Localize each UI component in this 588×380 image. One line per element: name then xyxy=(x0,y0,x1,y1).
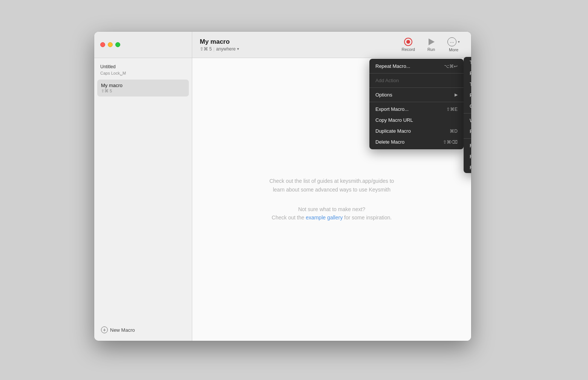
macro-item-name: My macro xyxy=(101,83,185,88)
menu-item-click-element-label: Click on Element... xyxy=(470,103,471,109)
toolbar-actions: Record Run ··· ▾ xyxy=(398,35,464,54)
plus-circle-icon: + xyxy=(101,326,108,333)
maximize-button[interactable] xyxy=(115,42,120,47)
menu-item-run-applescript[interactable]: Run AppleScript xyxy=(464,140,471,151)
macro-title: My macro xyxy=(200,38,239,46)
menu-item-pause-key-press-label: Pause until Key Press xyxy=(470,129,471,134)
menu-item-run-shortcut-label: Run Apple Shortcut... xyxy=(470,154,471,159)
menu-item-repeat-macro-label: Repeat Macro... xyxy=(375,63,410,69)
menu-item-options[interactable]: Options ▶ xyxy=(369,89,464,100)
menu-item-delete-label: Delete Macro xyxy=(375,139,404,145)
menu-item-paste-text-label: Paste Text xyxy=(470,70,471,76)
menu-item-delete-shortcut: ⇧⌘⌫ xyxy=(443,139,458,145)
menu-item-type-text[interactable]: Type Text xyxy=(464,57,471,68)
more-button[interactable]: ··· ▾ More xyxy=(444,35,464,54)
titlebar: My macro ⇧⌘ 5 | anywhere ▾ Record xyxy=(94,32,471,58)
menu-item-export[interactable]: Export Macro... ⇧⌘E xyxy=(369,104,464,115)
menu-item-wait-label: Wait xyxy=(470,118,471,123)
sidebar: Untitled Caps Lock␣M My macro ⇧⌘ 5 + New… xyxy=(94,58,192,341)
more-chevron-icon: ▾ xyxy=(458,40,460,44)
sidebar-spacer xyxy=(97,97,189,323)
sidebar-header xyxy=(94,32,192,58)
macro-item-shortcut: ⇧⌘ 5 xyxy=(101,89,185,93)
menu-item-type-current-date[interactable]: Type Current Date xyxy=(464,79,471,90)
record-icon xyxy=(404,38,412,46)
submenu-arrow-icon: ▶ xyxy=(455,92,458,97)
record-dot xyxy=(406,40,410,44)
menu-item-pause-key-press[interactable]: Pause until Key Press xyxy=(464,126,471,137)
traffic-lights xyxy=(100,42,120,47)
trigger-dropdown-arrow[interactable]: ▾ xyxy=(237,47,239,51)
run-label: Run xyxy=(427,47,435,52)
record-label: Record xyxy=(402,47,415,52)
close-button[interactable] xyxy=(100,42,105,47)
macro-item-my-macro[interactable]: My macro ⇧⌘ 5 xyxy=(97,80,189,97)
menu-item-repeat-shortcut: ⌥⌘↩ xyxy=(444,64,458,69)
group-subtitle: Caps Lock␣M xyxy=(97,71,189,78)
macro-shortcut: ⇧⌘ 5 xyxy=(200,46,212,52)
menu-item-press-key[interactable]: Press Key xyxy=(464,90,471,101)
menu-item-paste-text[interactable]: Paste Text xyxy=(464,68,471,79)
more-dots-icon: ··· xyxy=(450,40,454,44)
menu-item-add-action: Add Action xyxy=(369,75,464,86)
menu-item-press-key-label: Press Key xyxy=(470,92,471,98)
run-button[interactable]: Run xyxy=(423,35,439,54)
menu-separator-3 xyxy=(369,102,464,102)
more-label: More xyxy=(449,48,458,52)
trigger-separator: | xyxy=(213,46,214,52)
menu-item-options-label: Options xyxy=(375,92,392,98)
menu-item-duplicate[interactable]: Duplicate Macro ⌘D xyxy=(369,126,464,136)
main-header: My macro ⇧⌘ 5 | anywhere ▾ Record xyxy=(192,32,471,58)
menu-item-repeat-macro[interactable]: Repeat Macro... ⌥⌘↩ xyxy=(369,61,464,72)
secondary-separator-2 xyxy=(464,138,471,139)
menu-item-duplicate-shortcut: ⌘D xyxy=(450,129,458,134)
menu-item-wait[interactable]: Wait xyxy=(464,115,471,126)
new-macro-label: New Macro xyxy=(110,327,135,333)
menu-separator-2 xyxy=(369,87,464,88)
main-window: My macro ⇧⌘ 5 | anywhere ▾ Record xyxy=(94,32,471,341)
secondary-separator-1 xyxy=(464,113,471,113)
menu-item-type-text-label: Type Text xyxy=(470,60,471,65)
menu-item-run-applescript-label: Run AppleScript xyxy=(470,143,471,149)
macro-trigger: anywhere xyxy=(216,46,236,52)
menu-item-copy-url-label: Copy Macro URL xyxy=(375,117,413,123)
menu-item-duplicate-label: Duplicate Macro xyxy=(375,128,411,134)
example-gallery-link[interactable]: example gallery xyxy=(306,215,343,221)
menu-item-delete[interactable]: Delete Macro ⇧⌘⌫ xyxy=(369,136,464,147)
group-title: Untitled xyxy=(97,63,189,71)
menu-item-add-action-label: Add Action xyxy=(375,78,399,83)
menu-item-run-keysmith-macro[interactable]: Run Keysmith Macro... xyxy=(464,162,471,173)
menu-item-copy-url[interactable]: Copy Macro URL xyxy=(369,115,464,126)
minimize-button[interactable] xyxy=(108,42,113,47)
menu-item-export-label: Export Macro... xyxy=(375,106,409,112)
menu-item-type-current-date-label: Type Current Date xyxy=(470,81,471,87)
new-macro-button[interactable]: + New Macro xyxy=(97,323,189,336)
menu-separator-1 xyxy=(369,73,464,74)
macro-subtitle: ⇧⌘ 5 | anywhere ▾ xyxy=(200,46,239,52)
menu-item-run-keysmith-macro-label: Run Keysmith Macro... xyxy=(470,165,471,170)
macro-group-untitled: Untitled Caps Lock␣M xyxy=(97,63,189,78)
primary-dropdown-menu: Repeat Macro... ⌥⌘↩ Add Action Options ▶… xyxy=(369,59,464,149)
menu-item-run-shortcut[interactable]: Run Apple Shortcut... xyxy=(464,151,471,162)
run-triangle-icon xyxy=(429,38,435,45)
record-button[interactable]: Record xyxy=(398,35,419,54)
more-circle-icon: ··· xyxy=(447,37,456,46)
menu-item-click-element[interactable]: Click on Element... xyxy=(464,101,471,112)
empty-state: Check out the list of guides at keysmith… xyxy=(270,177,394,222)
secondary-dropdown-menu: Type Text Paste Text Type Current Date P… xyxy=(464,57,471,173)
empty-state-gallery-text: Not sure what to make next? Check out th… xyxy=(270,205,394,222)
macro-title-area: My macro ⇧⌘ 5 | anywhere ▾ xyxy=(200,38,239,52)
run-icon xyxy=(427,38,435,46)
menu-item-export-shortcut: ⇧⌘E xyxy=(446,107,458,112)
empty-state-guides-text: Check out the list of guides at keysmith… xyxy=(270,177,394,194)
